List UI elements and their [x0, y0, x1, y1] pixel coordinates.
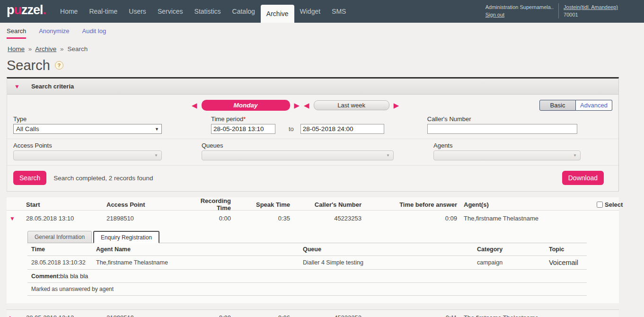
week-button[interactable]: Last week: [314, 100, 389, 110]
nav-item-statistics[interactable]: Statistics: [189, 0, 227, 23]
next-week-icon[interactable]: ▶: [394, 100, 399, 111]
select-all-cell: Select: [594, 201, 619, 208]
main-menu: Home Real-time Users Services Statistics…: [54, 0, 352, 23]
cell-callers-number: 45223253: [292, 314, 363, 317]
results-section: Start Access Point Recording Time Speak …: [7, 197, 619, 317]
chevron-down-icon: ▼: [155, 127, 159, 132]
callers-number-input[interactable]: [427, 124, 577, 134]
comment-label: Comment:: [27, 273, 60, 280]
fields-row-1: Type All Calls ▼ Time period* to Caller'…: [7, 114, 618, 139]
cell-access-point: 21898510: [103, 215, 189, 222]
user-link[interactable]: Jostein(tidl. Amandeep): [564, 4, 618, 10]
subnav-item-audit-log[interactable]: Audit log: [82, 27, 106, 39]
download-button[interactable]: Download: [562, 171, 604, 185]
nav-item-archive[interactable]: Archive: [261, 5, 294, 23]
queues-group: Queues ▼: [202, 142, 394, 160]
select-all-checkbox[interactable]: [597, 202, 603, 208]
search-button[interactable]: Search: [13, 171, 46, 185]
cell-access-point: 21898510: [103, 314, 189, 317]
basic-button[interactable]: Basic: [539, 100, 576, 111]
search-status: Search completed, 2 records found: [53, 175, 153, 182]
callers-number-label: Caller's Number: [427, 115, 577, 123]
nav-item-users[interactable]: Users: [123, 0, 152, 23]
row-gap: [7, 303, 619, 309]
comment-value[interactable]: bla bla bla: [60, 273, 88, 280]
agents-select[interactable]: ▼: [433, 150, 581, 160]
tab-general-information[interactable]: General Information: [27, 231, 92, 243]
nav-item-realtime[interactable]: Real-time: [83, 0, 123, 23]
subnav-item-search[interactable]: Search: [7, 27, 26, 39]
type-select[interactable]: All Calls ▼: [13, 124, 162, 134]
collapse-triangle-icon[interactable]: ▼: [14, 83, 20, 90]
nav-item-sms[interactable]: SMS: [326, 0, 352, 23]
nav-item-catalog[interactable]: Catalog: [227, 0, 261, 23]
prev-week-icon[interactable]: ◀: [304, 100, 309, 111]
time-period-inputs: to: [211, 124, 384, 134]
col-access-point: Access Point: [103, 201, 189, 208]
enquiry-table: Time Agent Name Queue Category Topic 28.…: [27, 243, 587, 296]
col-recording-time: Recording Time: [189, 197, 233, 211]
page-title: Search: [7, 58, 50, 73]
enquiry-agent-name: The,firstname Thelastname: [92, 256, 299, 269]
breadcrumb-home[interactable]: Home: [8, 45, 25, 53]
queues-label: Queues: [202, 142, 394, 149]
expand-row-icon[interactable]: ▶: [7, 314, 23, 317]
prev-day-icon[interactable]: ◀: [192, 100, 197, 111]
enquiry-topic: Voicemail: [545, 256, 587, 269]
subnav-item-anonymize[interactable]: Anonymize: [39, 27, 69, 39]
result-row-2[interactable]: ▶ 28.05.2018 13:12 21898510 0:00 0:06 45…: [7, 309, 619, 317]
time-from-input[interactable]: [211, 124, 275, 134]
cell-speak-time: 0:35: [233, 215, 292, 222]
archive-subnav: Search Anonymize Audit log: [0, 23, 644, 39]
cell-recording-time: 0:00: [189, 215, 233, 222]
account-area: Administration Supernamela.. Sign out Jo…: [485, 0, 644, 23]
enquiry-category: campaign: [473, 256, 545, 269]
logo-accent: u: [14, 3, 22, 17]
nav-item-services[interactable]: Services: [152, 0, 189, 23]
result-row-1[interactable]: ▼ 28.05.2018 13:10 21898510 0:00 0:35 45…: [7, 211, 619, 226]
date-navigation-row: ◀ Monday ▶ ◀ Last week ▶ Basic Advanced: [7, 98, 618, 114]
logo-part: zzel: [21, 3, 43, 17]
search-criteria-panel: ▼ Search criteria ◀ Monday ▶ ◀ Last week…: [7, 77, 619, 192]
access-points-select[interactable]: ▼: [13, 150, 162, 160]
breadcrumb-archive[interactable]: Archive: [35, 45, 56, 53]
advanced-button[interactable]: Advanced: [576, 100, 612, 111]
chevron-down-icon: ▼: [386, 153, 390, 158]
col-speak-time: Speak Time: [233, 201, 292, 208]
time-to-input[interactable]: [300, 124, 384, 134]
puzzel-logo[interactable]: puzzel.: [0, 0, 54, 23]
criteria-header[interactable]: ▼ Search criteria: [7, 79, 618, 95]
col-callers-number: Caller's Number: [292, 201, 363, 208]
results-header-row: Start Access Point Recording Time Speak …: [7, 197, 619, 211]
cell-callers-number: 45223253: [292, 215, 363, 222]
col-time-before-answer: Time before answer: [363, 201, 459, 208]
required-asterisk: *: [243, 115, 246, 123]
cell-speak-time: 0:06: [233, 314, 292, 317]
enquiry-queue: Dialler 4 Simple testing: [299, 256, 473, 269]
day-button[interactable]: Monday: [202, 100, 290, 111]
enquiry-time: 28.05.2018 13:10:32: [27, 256, 92, 269]
nav-item-home[interactable]: Home: [54, 0, 83, 23]
type-field-group: Type All Calls ▼: [13, 115, 162, 134]
queues-select[interactable]: ▼: [202, 150, 394, 160]
cell-start: 28.05.2018 13:10: [23, 215, 103, 222]
actions-row: Search Search completed, 2 records found…: [7, 166, 618, 191]
logo-dot: .: [43, 3, 46, 17]
access-points-label: Access Points: [13, 142, 162, 149]
enquiry-col-agent-name: Agent Name: [92, 243, 299, 255]
cell-recording-time: 0:00: [189, 314, 233, 317]
chevron-down-icon: ▼: [154, 153, 158, 158]
enquiry-data-row: 28.05.2018 13:10:32 The,firstname Thelas…: [27, 256, 587, 270]
enquiry-col-category: Category: [473, 243, 545, 255]
collapse-row-icon[interactable]: ▼: [7, 215, 23, 222]
tab-enquiry-registration[interactable]: Enquiry Registration: [93, 231, 159, 243]
row-detail-panel: General Information Enquiry Registration…: [7, 226, 619, 303]
cell-agents: The,firstname Thelastname: [459, 314, 594, 317]
time-period-label-text: Time period: [211, 115, 243, 123]
fields-row-2: Access Points ▼ Queues ▼ Agents ▼: [7, 139, 618, 166]
help-icon[interactable]: ?: [55, 61, 63, 70]
nav-item-widget[interactable]: Widget: [294, 0, 326, 23]
next-day-icon[interactable]: ▶: [294, 100, 300, 111]
unanswered-note: Marked as unanswered by agent: [27, 283, 587, 296]
sign-out-link[interactable]: Sign out: [485, 12, 504, 18]
